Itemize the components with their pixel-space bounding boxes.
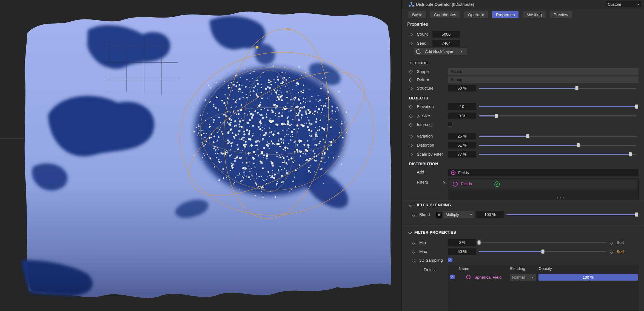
filters-expand-icon[interactable] bbox=[442, 181, 445, 184]
max-slider[interactable] bbox=[479, 248, 606, 255]
field-row[interactable]: Spherical Field Normal 100 % bbox=[448, 273, 638, 282]
scale-by-filter-slider[interactable] bbox=[479, 151, 637, 158]
count-keyframe-icon[interactable] bbox=[409, 33, 413, 36]
blend-keyframe-icon[interactable] bbox=[412, 213, 415, 217]
add-rock-layer-label: Add Rock Layer bbox=[422, 48, 456, 55]
max-input[interactable]: 50 % bbox=[448, 248, 476, 255]
field-blending-dropdown[interactable]: Normal bbox=[510, 274, 536, 281]
size-value: 9 % bbox=[459, 114, 466, 118]
gizmo-square-handle[interactable] bbox=[256, 46, 258, 48]
add-rock-layer-menu-button[interactable] bbox=[456, 48, 467, 55]
intersect-checkbox[interactable] bbox=[448, 122, 452, 127]
scale-by-filter-keyframe-icon[interactable] bbox=[409, 153, 413, 156]
spherical-field-icon bbox=[466, 275, 471, 279]
seed-value: 7464 bbox=[442, 41, 451, 45]
distortion-input[interactable]: 51 % bbox=[448, 142, 476, 149]
slider-knob[interactable] bbox=[635, 104, 638, 109]
chevron-down-icon bbox=[532, 276, 534, 279]
slider-knob[interactable] bbox=[629, 152, 632, 156]
slider-knob[interactable] bbox=[477, 240, 481, 245]
slider-knob[interactable] bbox=[577, 143, 580, 147]
blend-amount-input[interactable]: 100 % bbox=[476, 211, 504, 218]
structure-slider[interactable] bbox=[479, 85, 637, 92]
shape-dropdown[interactable]: Round bbox=[448, 68, 639, 75]
fields-radio-icon bbox=[451, 170, 455, 175]
size-expand-icon[interactable] bbox=[416, 115, 420, 118]
tab-operator[interactable]: Operator bbox=[464, 11, 488, 18]
chevron-down-icon bbox=[470, 213, 472, 216]
clear-blend-icon[interactable] bbox=[436, 212, 442, 218]
count-input[interactable]: 5000 bbox=[432, 31, 460, 38]
distortion-slider[interactable] bbox=[479, 142, 637, 149]
column-opacity: Opacity bbox=[538, 266, 552, 271]
size-slider[interactable] bbox=[479, 113, 637, 119]
slider-knob[interactable] bbox=[495, 114, 498, 118]
seed-label: Seed bbox=[417, 41, 426, 45]
attributes-panel: Distribute Operator [tfDistribute] Custo… bbox=[401, 0, 644, 311]
variation-slider[interactable] bbox=[479, 133, 637, 139]
distortion-keyframe-icon[interactable] bbox=[409, 144, 413, 147]
deform-dropdown[interactable]: Strong bbox=[448, 76, 639, 83]
slider-knob[interactable] bbox=[541, 249, 545, 254]
filter-properties-collapse-icon[interactable] bbox=[408, 231, 412, 234]
field-opacity-bar[interactable]: 100 % bbox=[538, 274, 638, 281]
listbox-resize-handle[interactable]: ...... bbox=[557, 195, 566, 199]
tab-coordinates[interactable]: Coordinates bbox=[430, 11, 460, 18]
min-keyframe-icon[interactable] bbox=[412, 241, 415, 245]
shape-value: Round bbox=[451, 69, 462, 74]
tab-basic[interactable]: Basic bbox=[408, 11, 426, 18]
min-slider[interactable] bbox=[479, 239, 606, 246]
elevation-label: Elevation bbox=[417, 104, 434, 109]
elevation-input[interactable]: 10 bbox=[448, 103, 476, 110]
filters-list-item[interactable]: Fields bbox=[449, 179, 637, 189]
field-name: Spherical Field bbox=[474, 275, 501, 279]
structure-input[interactable]: 50 % bbox=[448, 85, 476, 92]
scale-by-filter-label: Scale by Filter bbox=[417, 152, 443, 156]
elevation-slider[interactable] bbox=[479, 103, 637, 110]
filter-blending-collapse-icon[interactable] bbox=[408, 203, 412, 207]
slider-knob[interactable] bbox=[635, 212, 638, 217]
deform-keyframe-icon[interactable] bbox=[409, 78, 413, 82]
min-soft-label[interactable]: Soft bbox=[617, 240, 624, 245]
min-label: Min bbox=[419, 240, 426, 245]
sampling-checkbox[interactable] bbox=[448, 258, 452, 262]
tab-masking[interactable]: Masking bbox=[523, 11, 546, 18]
elevation-keyframe-icon[interactable] bbox=[409, 105, 413, 109]
size-input[interactable]: 9 % bbox=[448, 113, 476, 119]
slider-knob[interactable] bbox=[575, 86, 579, 90]
blend-slider[interactable] bbox=[506, 211, 637, 218]
shape-keyframe-icon[interactable] bbox=[409, 70, 413, 74]
intersect-keyframe-icon[interactable] bbox=[409, 123, 413, 127]
preset-dropdown[interactable]: Custom bbox=[606, 1, 641, 7]
structure-keyframe-icon[interactable] bbox=[409, 87, 413, 90]
distribution-add-field[interactable]: Fields bbox=[448, 169, 639, 176]
seed-keyframe-icon[interactable] bbox=[409, 42, 413, 45]
filter-enabled-icon[interactable] bbox=[494, 181, 500, 187]
add-rock-layer-button[interactable]: Add Rock Layer bbox=[414, 48, 467, 55]
panel-header: Distribute Operator [tfDistribute] Custo… bbox=[402, 0, 644, 9]
terrain-mesh[interactable] bbox=[21, 12, 391, 298]
viewport-3d[interactable] bbox=[0, 0, 401, 311]
blend-mode-value: Multiply bbox=[446, 212, 459, 217]
deform-label: Deform bbox=[417, 77, 430, 82]
scale-by-filter-input[interactable]: 77 % bbox=[448, 151, 476, 158]
tab-properties[interactable]: Properties bbox=[492, 11, 518, 18]
variation-input[interactable]: 25 % bbox=[448, 133, 476, 139]
sampling-keyframe-icon[interactable] bbox=[412, 259, 415, 263]
min-input[interactable]: 0 % bbox=[448, 239, 476, 246]
filters-item-label: Fields bbox=[461, 181, 472, 186]
min-value: 0 % bbox=[459, 240, 466, 245]
min-soft-keyframe-icon[interactable] bbox=[609, 241, 613, 245]
variation-keyframe-icon[interactable] bbox=[409, 135, 413, 138]
slider-knob[interactable] bbox=[526, 134, 529, 138]
terrain-shading bbox=[25, 12, 391, 298]
seed-input[interactable]: 7464 bbox=[432, 40, 460, 47]
max-soft-keyframe-icon[interactable] bbox=[609, 250, 613, 254]
size-keyframe-icon[interactable] bbox=[409, 114, 413, 118]
max-soft-label[interactable]: Soft bbox=[617, 249, 624, 254]
blend-mode-dropdown[interactable]: Multiply bbox=[443, 211, 474, 218]
tab-preview[interactable]: Preview bbox=[550, 11, 572, 18]
max-keyframe-icon[interactable] bbox=[412, 250, 415, 254]
field-enabled-checkbox[interactable] bbox=[450, 275, 455, 279]
blend-label: Blend bbox=[419, 212, 430, 217]
